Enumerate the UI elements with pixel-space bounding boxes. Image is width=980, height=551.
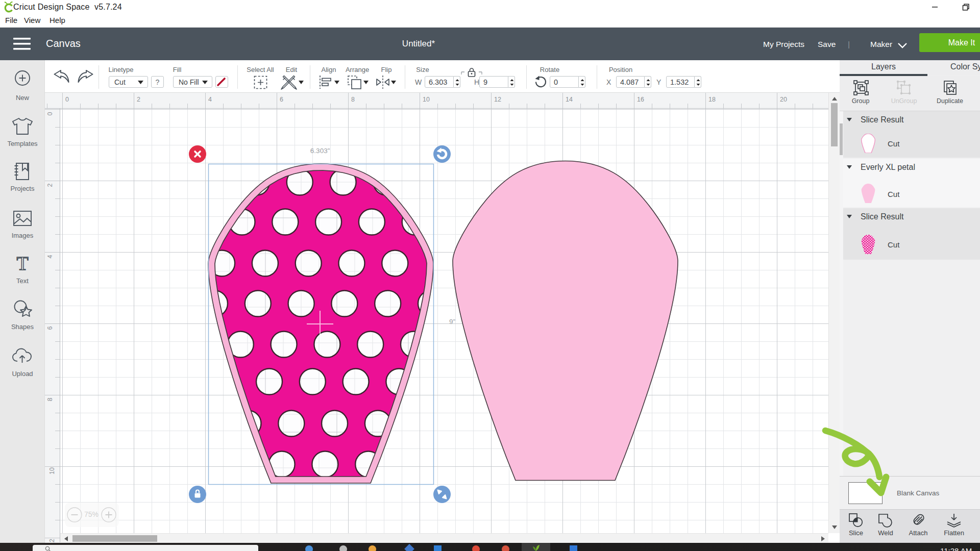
svg-text:9”: 9”	[449, 318, 455, 325]
svg-text:T: T	[16, 253, 28, 274]
svg-text:75%: 75%	[84, 510, 99, 518]
svg-text:6.303”: 6.303”	[310, 147, 330, 155]
